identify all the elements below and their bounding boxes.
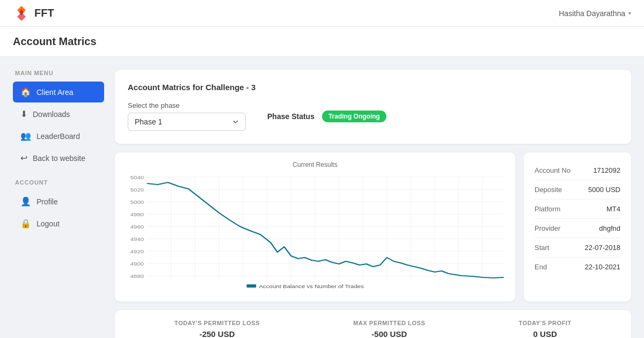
header: FFT Hasitha Dayarathna ▾ <box>0 0 644 27</box>
fft-logo-icon <box>13 5 30 22</box>
sidebar-label-logout: Logout <box>36 219 60 228</box>
phase-status-label: Phase Status <box>267 112 314 121</box>
phase-dropdown[interactable]: Phase 1 Phase 2 Phase 3 <box>128 113 246 131</box>
user-menu[interactable]: Hasitha Dayarathna ▾ <box>559 9 631 18</box>
info-row-deposite: Deposite 5000 USD <box>535 180 620 200</box>
svg-text:5020: 5020 <box>130 187 144 193</box>
home-icon: 🏠 <box>20 87 31 97</box>
chevron-down-icon: ▾ <box>628 10 631 16</box>
svg-text:4920: 4920 <box>130 249 144 254</box>
info-row-end: End 22-10-2021 <box>535 258 620 276</box>
stat-label-today-profit: TODAY'S PROFIT <box>519 320 572 326</box>
chart-card: Current Results 5040 5020 5000 4980 4960… <box>115 152 515 302</box>
info-val-platform: MT4 <box>606 205 620 213</box>
sidebar-item-back-to-website[interactable]: ↩ Back to website <box>13 148 104 168</box>
chart-info-row: Current Results 5040 5020 5000 4980 4960… <box>115 152 631 302</box>
stat-value-today-profit: 0 USD <box>519 329 572 338</box>
svg-text:4980: 4980 <box>130 212 144 217</box>
info-row-account-no: Account No 1712092 <box>535 161 620 180</box>
account-label: ACCOUNT <box>13 179 104 186</box>
stat-value-today-loss: -250 USD <box>174 329 260 338</box>
logout-icon: 🔒 <box>20 218 31 229</box>
info-key-start: Start <box>535 244 549 252</box>
page-title: Account Matrics <box>13 35 97 47</box>
phase-row: Select the phase Phase 1 Phase 2 Phase 3… <box>128 101 618 131</box>
stat-today-profit: TODAY'S PROFIT 0 USD <box>519 320 572 338</box>
main-menu-label: MAIN MENU <box>13 70 104 76</box>
challenge-title: Account Matrics for Challenge - 3 <box>128 83 618 92</box>
svg-text:4960: 4960 <box>130 224 144 230</box>
sidebar: MAIN MENU 🏠 Client Area ⬇ Downloads 👥 Le… <box>13 70 104 334</box>
sidebar-item-leaderboard[interactable]: 👥 LeaderBoard <box>13 126 104 146</box>
sidebar-label-leaderboard: LeaderBoard <box>36 132 80 141</box>
back-icon: ↩ <box>20 153 27 163</box>
info-key-platform: Platform <box>535 205 560 213</box>
svg-text:Account Balance vs Number of T: Account Balance vs Number of Trades <box>259 284 364 289</box>
chart-title: Current Results <box>123 161 507 168</box>
info-val-start: 22-07-2018 <box>585 244 621 252</box>
info-key-deposite: Deposite <box>535 186 562 194</box>
info-row-platform: Platform MT4 <box>535 200 620 219</box>
info-key-account-no: Account No <box>535 166 570 174</box>
stats-bar: TODAY'S PERMITTED LOSS -250 USD MAX PERM… <box>115 310 631 338</box>
logo-area: FFT <box>13 5 54 22</box>
phase-select-group: Select the phase Phase 1 Phase 2 Phase 3 <box>128 101 246 131</box>
sidebar-label-client-area: Client Area <box>36 88 73 97</box>
info-row-provider: Provider dhgfnd <box>535 219 620 238</box>
sidebar-item-logout[interactable]: 🔒 Logout <box>13 213 104 234</box>
info-val-end: 22-10-2021 <box>585 263 621 271</box>
sidebar-item-downloads[interactable]: ⬇ Downloads <box>13 104 104 124</box>
phase-select-label: Select the phase <box>128 101 246 109</box>
info-val-provider: dhgfnd <box>599 224 620 232</box>
username-label: Hasitha Dayarathna <box>559 9 625 18</box>
stat-label-max-loss: MAX PERMITTED LOSS <box>353 320 425 326</box>
svg-text:4900: 4900 <box>130 261 144 267</box>
svg-text:5040: 5040 <box>130 175 144 180</box>
info-row-start: Start 22-07-2018 <box>535 238 620 258</box>
sidebar-item-client-area[interactable]: 🏠 Client Area <box>13 82 104 102</box>
svg-text:4940: 4940 <box>130 237 144 242</box>
info-key-end: End <box>535 263 547 271</box>
svg-text:4880: 4880 <box>130 274 144 279</box>
info-card: Account No 1712092 Deposite 5000 USD Pla… <box>524 152 631 302</box>
info-val-deposite: 5000 USD <box>588 186 620 194</box>
profile-icon: 👤 <box>20 196 31 207</box>
sidebar-label-profile: Profile <box>36 197 58 206</box>
status-badge: Trading Ongoing <box>322 111 386 122</box>
sidebar-label-downloads: Downloads <box>33 110 70 119</box>
leaderboard-icon: 👥 <box>20 131 31 141</box>
content-area: Account Matrics for Challenge - 3 Select… <box>115 70 631 334</box>
stat-label-today-loss: TODAY'S PERMITTED LOSS <box>174 320 260 326</box>
sidebar-item-profile[interactable]: 👤 Profile <box>13 191 104 212</box>
logo-text: FFT <box>34 7 54 19</box>
phase-status-group: Phase Status Trading Ongoing <box>267 111 386 122</box>
info-key-provider: Provider <box>535 224 560 232</box>
main-layout: MAIN MENU 🏠 Client Area ⬇ Downloads 👥 Le… <box>0 57 644 338</box>
balance-chart: 5040 5020 5000 4980 4960 4940 4920 4900 … <box>123 173 507 291</box>
svg-rect-35 <box>247 284 257 288</box>
info-val-account-no: 1712092 <box>593 166 620 174</box>
stat-value-max-loss: -500 USD <box>353 329 425 338</box>
page-title-bar: Account Matrics <box>0 27 644 57</box>
stat-max-permitted-loss: MAX PERMITTED LOSS -500 USD <box>353 320 425 338</box>
phase-card: Account Matrics for Challenge - 3 Select… <box>115 70 631 144</box>
stat-today-permitted-loss: TODAY'S PERMITTED LOSS -250 USD <box>174 320 260 338</box>
download-icon: ⬇ <box>20 109 27 119</box>
sidebar-label-back: Back to website <box>33 154 85 163</box>
svg-text:5000: 5000 <box>130 200 144 205</box>
